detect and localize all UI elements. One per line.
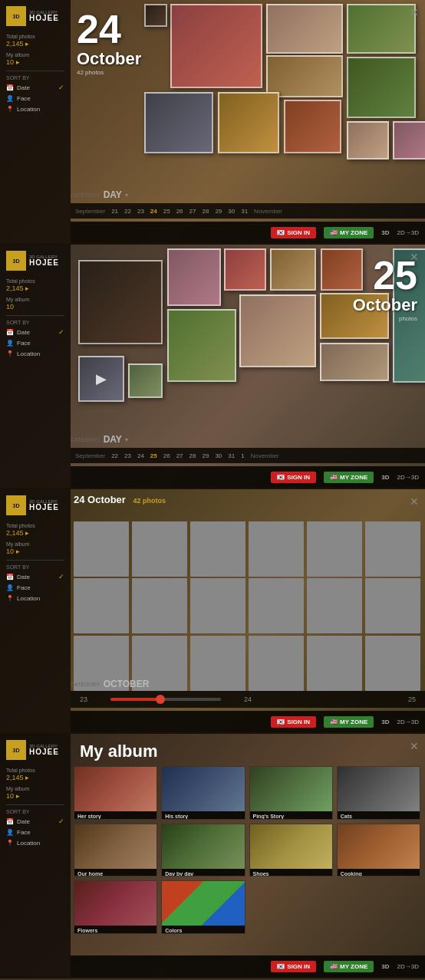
view-2d3d-btn-1[interactable]: 2D→3D [397,229,419,236]
grid-photo-1[interactable] [74,521,129,577]
tl-day2-26[interactable]: 26 [160,452,173,459]
tl-day2-30[interactable]: 30 [212,452,225,459]
tl-day-27[interactable]: 27 [186,208,199,215]
close-button-2[interactable]: ✕ [410,251,419,263]
view-2d3d-btn-2[interactable]: 2D→3D [397,474,419,481]
photo-tile-1e[interactable] [266,55,343,97]
grid-photo-4[interactable] [249,521,304,577]
photo-2l[interactable] [128,363,163,398]
tl-day2-22[interactable]: 22 [108,452,121,459]
photo-tile-1g[interactable] [218,92,279,153]
total-photos-val-4[interactable]: 2,145 ▸ [6,774,64,781]
tl-day-22[interactable]: 22 [121,208,134,215]
total-photos-val-2[interactable]: 2,145 ▸ [6,284,64,292]
sort-face-1[interactable]: 👤 Face [6,94,64,102]
photo-2f[interactable] [167,309,236,382]
album-card-8[interactable]: Flowers 38 [74,880,157,934]
grid-photo-17[interactable] [307,636,362,691]
my-zone-btn-4[interactable]: 🇺🇸 MY ZONE [324,961,374,972]
sort-face-3[interactable]: 👤 Face [6,584,64,591]
my-zone-btn-3[interactable]: 🇺🇸 MY ZONE [324,716,374,728]
my-album-val-1[interactable]: 10 ▸ [6,58,64,66]
photo-tile-1f[interactable] [144,92,213,153]
view-3d-btn-3[interactable]: 3D [381,719,389,725]
album-card-4[interactable]: Our home 45 [74,824,157,877]
tl-day-28[interactable]: 28 [199,208,212,215]
sort-date-3[interactable]: 📅 Date ✓ [6,573,64,580]
cat-arrow-1[interactable]: ▾ [125,192,128,199]
tl3-next[interactable]: 25 [408,696,416,703]
close-button-3[interactable]: ✕ [410,495,419,508]
tl3-slider-thumb[interactable] [156,695,165,704]
close-button-4[interactable]: ✕ [410,740,419,752]
photo-tile-1l[interactable] [144,4,167,27]
tl-day-29[interactable]: 29 [212,208,225,215]
grid-photo-15[interactable] [190,636,245,691]
grid-photo-6[interactable] [365,521,420,577]
grid-photo-8[interactable] [132,578,187,633]
album-card-9[interactable]: Colors 45 [161,880,245,934]
sort-location-3[interactable]: 📍 Location [6,594,64,602]
tl-day2-29[interactable]: 29 [199,452,212,459]
photo-tile-1j[interactable] [393,121,425,159]
tl-day-24[interactable]: 24 [147,208,160,215]
sort-location-1[interactable]: 📍 Location [6,105,64,113]
grid-photo-7[interactable] [74,578,129,633]
album-card-3[interactable]: Cats 54 [337,766,420,820]
grid-photo-3[interactable] [190,521,245,577]
grid-photo-12[interactable] [365,578,420,633]
photo-2k[interactable]: ▶ [78,356,124,402]
my-zone-btn-1[interactable]: 🇺🇸 MY ZONE [324,227,374,238]
photo-tile-1d[interactable] [347,57,416,118]
sign-in-btn-2[interactable]: 🇰🇷 SIGN IN [271,472,316,483]
album-card-6[interactable]: Shoes 91 [249,824,333,877]
tl3-mid[interactable]: 24 [244,696,252,703]
total-photos-val-3[interactable]: 2,145 ▸ [6,529,64,537]
cat-arrow-3[interactable]: ▾ [152,681,155,688]
tl-day-31[interactable]: 31 [238,208,251,215]
grid-photo-16[interactable] [249,636,304,691]
view-2d3d-btn-4[interactable]: 2D→3D [397,963,419,970]
photo-tile-1a[interactable] [170,4,262,88]
grid-photo-9[interactable] [190,578,245,633]
view-3d-btn-1[interactable]: 3D [381,229,389,236]
tl-day2-28[interactable]: 28 [186,452,199,459]
photo-2d[interactable] [270,248,316,291]
tl-day-23[interactable]: 23 [134,208,147,215]
photo-tile-1c[interactable] [347,4,416,54]
album-card-1[interactable]: His story 53 [161,766,245,820]
cat-arrow-2[interactable]: ▾ [125,436,128,443]
tl-day2-25[interactable]: 25 [147,452,160,459]
tl-day-26[interactable]: 26 [173,208,186,215]
tl3-prev[interactable]: 23 [80,696,87,703]
close-button-1[interactable]: ✕ [410,6,419,18]
view-3d-btn-2[interactable]: 3D [381,474,389,481]
tl-next-1[interactable]: November [254,208,282,215]
album-card-7[interactable]: Cooking 36 [337,824,420,877]
view-3d-btn-4[interactable]: 3D [381,963,389,970]
sort-face-4[interactable]: 👤 Face [6,828,64,836]
album-card-2[interactable]: Ping's Story 23 [249,766,333,820]
sort-date-2[interactable]: 📅 Date ✓ [6,328,64,336]
my-album-val-4[interactable]: 10 ▸ [6,792,64,800]
grid-photo-5[interactable] [307,521,362,577]
tl-day-21[interactable]: 21 [108,208,121,215]
photo-2i[interactable] [320,343,389,381]
tl-day2-1[interactable]: 1 [238,452,247,459]
tl-day-25[interactable]: 25 [160,208,173,215]
tl-day-30[interactable]: 30 [225,208,238,215]
photo-tile-1b[interactable] [266,4,343,54]
tl-prev-2[interactable]: September [75,452,105,459]
sign-in-btn-4[interactable]: 🇰🇷 SIGN IN [271,961,316,972]
tl3-slider[interactable] [110,698,221,701]
photo-tile-1i[interactable] [347,121,389,159]
my-zone-btn-2[interactable]: 🇺🇸 MY ZONE [324,472,374,483]
photo-tile-1h[interactable] [284,100,341,153]
sort-location-4[interactable]: 📍 Location [6,839,64,847]
my-album-val-3[interactable]: 10 ▸ [6,548,64,555]
total-photos-val-1[interactable]: 2,145 ▸ [6,40,64,48]
tl-day2-24[interactable]: 24 [134,452,147,459]
photo-2b[interactable] [167,248,221,306]
photo-2a[interactable] [78,260,163,344]
sign-in-btn-3[interactable]: 🇰🇷 SIGN IN [271,716,316,728]
